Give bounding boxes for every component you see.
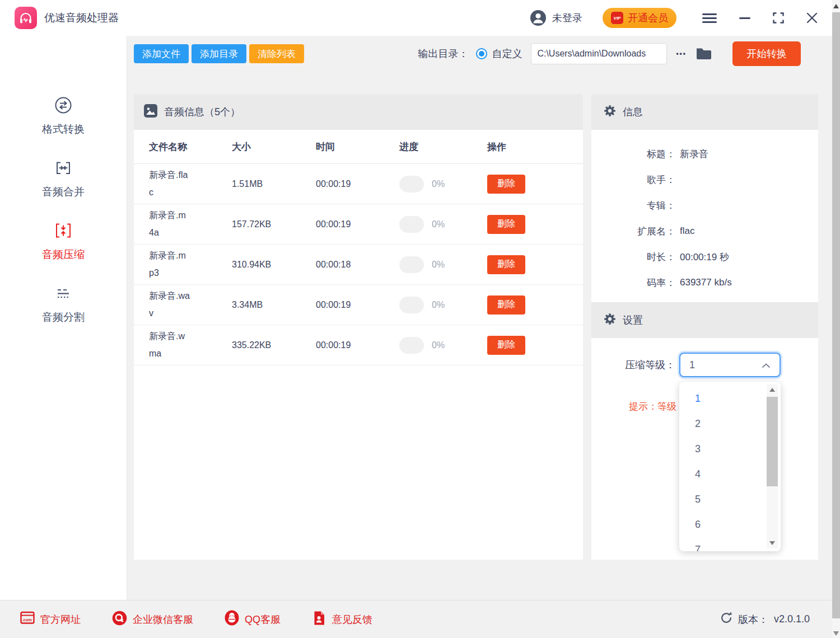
gear-icon [604, 313, 616, 328]
field-label: 标题： [591, 148, 675, 161]
delete-button[interactable]: 删除 [487, 215, 525, 234]
dropdown-option[interactable]: 1 [679, 386, 781, 411]
dropdown-option[interactable]: 2 [679, 411, 781, 437]
col-time: 时间 [316, 140, 399, 153]
table-row: 新录音.m4a 157.72KB 00:00:19 0% 删除 [134, 204, 583, 245]
field-value: 639377 kb/s [680, 277, 732, 288]
format-convert-icon [54, 96, 73, 116]
maximize-button[interactable] [773, 12, 784, 24]
info-fields: 标题：新录音 歌手： 专辑： 扩展名：flac 时长：00:00:19 秒 码率… [591, 141, 818, 295]
scroll-up-icon[interactable] [769, 388, 775, 392]
compression-level-label: 压缩等级： [591, 358, 675, 372]
delete-button[interactable]: 删除 [487, 336, 525, 355]
main-area: 添加文件 添加目录 清除列表 输出目录： 自定义 ••• 开始转换 [128, 36, 832, 600]
close-button[interactable] [806, 12, 818, 24]
clear-list-button[interactable]: 清除列表 [249, 44, 304, 63]
footer-link-label: 意见反馈 [332, 613, 372, 626]
window-scrollbar[interactable] [832, 0, 840, 638]
wechat-icon [112, 611, 127, 628]
version-label: 版本： [738, 613, 768, 626]
dropdown-option[interactable]: 4 [679, 462, 781, 487]
table-header: 文件名称 大小 时间 进度 操作 [134, 130, 583, 164]
sidebar-item-audio-compress[interactable]: 音频压缩 [39, 221, 88, 262]
app-window: 优速音频处理器 未登录 VIP 开通会员 [0, 0, 840, 638]
field-label: 扩展名： [591, 225, 675, 238]
minimize-button[interactable] [739, 17, 750, 19]
official-site-link[interactable]: .com 官方网址 [17, 610, 84, 628]
delete-button[interactable]: 删除 [487, 295, 525, 315]
feedback-link[interactable]: 意见反馈 [309, 610, 376, 629]
selected-level-value: 1 [689, 359, 695, 371]
scroll-down-icon[interactable] [769, 541, 775, 545]
toolbar: 添加文件 添加目录 清除列表 输出目录： 自定义 ••• 开始转换 [128, 36, 832, 72]
sidebar-item-audio-split[interactable]: 音频分割 [39, 283, 88, 325]
menu-icon[interactable] [702, 13, 717, 23]
file-size: 335.22KB [232, 340, 316, 350]
start-convert-button[interactable]: 开始转换 [732, 41, 801, 66]
file-time: 00:00:19 [316, 179, 399, 189]
table-row: 新录音.mp3 310.94KB 00:00:18 0% 删除 [134, 245, 583, 285]
sidebar-item-label: 音频分割 [42, 310, 85, 325]
col-action: 操作 [487, 140, 583, 153]
audio-info-icon [144, 104, 157, 120]
audio-info-panel-header: 音频信息（5个） [134, 94, 583, 130]
audio-compress-icon [54, 221, 73, 242]
file-size: 3.34MB [232, 300, 316, 310]
custom-dir-radio[interactable] [476, 48, 487, 59]
sidebar-item-format-convert[interactable]: 格式转换 [39, 95, 88, 137]
compression-level-select[interactable]: 1 [679, 353, 781, 377]
dropdown-option[interactable]: 5 [679, 487, 781, 512]
file-name: 新录音.mp3 [149, 247, 190, 282]
svg-text:.com: .com [22, 617, 32, 622]
qq-support-link[interactable]: QQ客服 [221, 609, 284, 629]
user-avatar-icon[interactable] [530, 10, 547, 26]
table-row: 新录音.wma 335.22KB 00:00:19 0% 删除 [134, 325, 583, 365]
app-title: 优速音频处理器 [44, 11, 119, 25]
col-size: 大小 [232, 140, 316, 153]
vip-label: 开通会员 [628, 11, 668, 25]
file-name: 新录音.flac [149, 167, 190, 201]
table-row: 新录音.wav 3.34MB 00:00:19 0% 删除 [134, 285, 583, 325]
open-vip-button[interactable]: VIP 开通会员 [603, 8, 676, 28]
footer-link-label: QQ客服 [245, 613, 281, 626]
dropdown-scrollbar-thumb[interactable] [767, 397, 778, 486]
col-file-name: 文件名称 [149, 140, 232, 153]
progress-percent: 0% [432, 179, 445, 189]
version-info: 版本：v2.0.1.0 [720, 612, 810, 627]
footer-bar: .com 官方网址 企业微信客服 [0, 600, 832, 638]
sidebar-item-label: 音频合并 [42, 185, 85, 199]
scroll-up-icon[interactable] [833, 4, 839, 8]
sidebar-item-audio-merge[interactable]: 音频合并 [39, 158, 88, 200]
compression-hint-text: 提示：等级 [629, 400, 681, 414]
scrollbar-thumb[interactable] [832, 12, 840, 618]
refresh-icon[interactable] [720, 612, 732, 627]
file-time: 00:00:19 [316, 219, 399, 229]
info-panel-title: 信息 [623, 105, 643, 119]
progress-bar [399, 176, 424, 193]
progress-percent: 0% [432, 219, 445, 229]
file-size: 1.51MB [232, 179, 316, 189]
dropdown-option[interactable]: 3 [679, 437, 781, 462]
progress-percent: 0% [432, 260, 445, 270]
field-label: 歌手： [591, 173, 675, 186]
app-logo-headphone-icon [15, 7, 37, 29]
dropdown-scrollbar[interactable] [767, 384, 778, 548]
wechat-support-link[interactable]: 企业微信客服 [109, 610, 197, 629]
sidebar: 格式转换 音频合并 [0, 36, 127, 600]
progress-percent: 0% [432, 300, 445, 310]
scroll-down-icon[interactable] [833, 631, 839, 636]
audio-merge-icon [54, 158, 73, 179]
delete-button[interactable]: 删除 [487, 255, 525, 274]
delete-button[interactable]: 删除 [487, 175, 525, 194]
output-path-input[interactable] [531, 43, 667, 64]
login-status[interactable]: 未登录 [552, 11, 582, 25]
open-folder-icon[interactable] [696, 46, 712, 62]
add-file-button[interactable]: 添加文件 [134, 44, 189, 63]
compression-level-row: 压缩等级： 1 [591, 353, 781, 377]
browse-more-button[interactable]: ••• [673, 49, 690, 58]
add-directory-button[interactable]: 添加目录 [192, 44, 246, 63]
sidebar-item-label: 音频压缩 [42, 247, 85, 262]
dropdown-option[interactable]: 6 [679, 512, 781, 537]
dropdown-option[interactable]: 7 [679, 537, 781, 551]
progress-percent: 0% [432, 340, 445, 350]
